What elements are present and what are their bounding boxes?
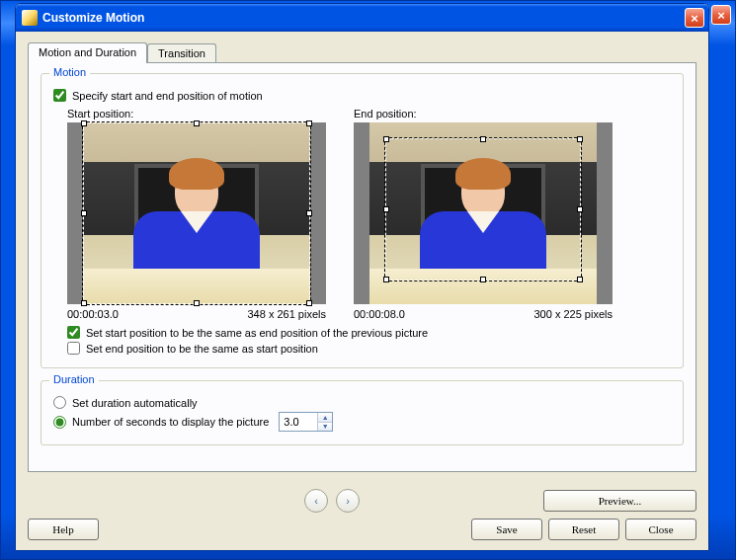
start-dimensions: 348 x 261 pixels — [248, 308, 327, 320]
close-button[interactable]: Close — [625, 519, 696, 540]
duration-auto-row[interactable]: Set duration automatically — [53, 396, 671, 409]
handle-ml[interactable] — [81, 210, 87, 216]
end-timestamp: 00:00:08.0 — [354, 308, 405, 320]
chevron-right-icon: › — [346, 495, 350, 507]
prev-button[interactable]: ‹ — [304, 489, 328, 513]
spinner-up[interactable]: ▲ — [318, 413, 332, 423]
specify-motion-checkbox[interactable] — [53, 89, 66, 102]
duration-seconds-radio-row[interactable]: Number of seconds to display the picture — [53, 416, 269, 429]
titlebar[interactable]: Customize Motion × — [16, 4, 708, 32]
handle-ml[interactable] — [383, 206, 389, 212]
reset-button[interactable]: Reset — [548, 519, 619, 540]
app-icon — [22, 10, 38, 26]
nav-preview-row: ‹ › Preview... — [28, 489, 696, 513]
end-position-block: End position: 00:00 — [354, 108, 613, 320]
positions-row: Start position: 00: — [67, 108, 671, 320]
set-start-same-label: Set start position to be the same as end… — [86, 327, 428, 339]
end-selection-box[interactable] — [385, 138, 581, 280]
handle-bc[interactable] — [194, 300, 200, 306]
tabstrip: Motion and Duration Transition — [28, 41, 696, 62]
handle-tr[interactable] — [577, 136, 583, 142]
help-button[interactable]: Help — [28, 519, 99, 540]
parent-close-button[interactable]: × — [711, 5, 731, 25]
duration-seconds-radio[interactable] — [53, 416, 66, 429]
preview-button[interactable]: Preview... — [543, 490, 696, 512]
dialog-body: Motion and Duration Transition Motion Sp… — [16, 32, 708, 550]
duration-auto-radio[interactable] — [53, 396, 66, 409]
set-end-same-checkbox-row[interactable]: Set end position to be the same as start… — [67, 342, 671, 355]
handle-br[interactable] — [306, 300, 312, 306]
window-title: Customize Motion — [42, 11, 685, 25]
chevron-left-icon: ‹ — [314, 495, 318, 507]
motion-group: Motion Specify start and end position of… — [41, 73, 684, 368]
handle-tc[interactable] — [194, 120, 200, 126]
handle-bc[interactable] — [480, 277, 486, 282]
start-timestamp: 00:00:03.0 — [67, 308, 119, 320]
customize-motion-dialog: Customize Motion × Motion and Duration T… — [15, 3, 709, 551]
start-info: 00:00:03.0 348 x 261 pixels — [67, 308, 326, 320]
set-start-same-checkbox[interactable] — [67, 326, 80, 339]
handle-mr[interactable] — [577, 206, 583, 212]
handle-tr[interactable] — [306, 120, 312, 126]
close-icon[interactable]: × — [685, 8, 704, 28]
handle-tl[interactable] — [383, 136, 389, 142]
set-end-same-label: Set end position to be the same as start… — [86, 343, 318, 355]
tab-transition[interactable]: Transition — [147, 43, 216, 62]
motion-group-title: Motion — [49, 66, 90, 78]
set-end-same-checkbox[interactable] — [67, 342, 80, 355]
start-selection-box[interactable] — [83, 122, 310, 304]
end-position-label: End position: — [354, 108, 613, 120]
duration-seconds-row: Number of seconds to display the picture… — [53, 412, 671, 432]
start-position-block: Start position: 00: — [67, 108, 326, 320]
start-position-label: Start position: — [67, 108, 326, 120]
start-position-frame[interactable] — [67, 122, 326, 304]
end-info: 00:00:08.0 300 x 225 pixels — [354, 308, 613, 320]
set-start-same-checkbox-row[interactable]: Set start position to be the same as end… — [67, 326, 671, 339]
duration-auto-label: Set duration automatically — [72, 397, 198, 409]
duration-seconds-label: Number of seconds to display the picture — [72, 416, 269, 428]
duration-input[interactable] — [280, 413, 317, 431]
end-position-frame[interactable] — [354, 122, 613, 304]
handle-mr[interactable] — [306, 210, 312, 216]
handle-tl[interactable] — [81, 120, 87, 126]
duration-group-title: Duration — [49, 373, 99, 385]
handle-bl[interactable] — [383, 277, 389, 282]
footer-buttons: Help Save Reset Close — [28, 519, 696, 540]
spinner-down[interactable]: ▼ — [318, 423, 332, 432]
specify-motion-checkbox-row[interactable]: Specify start and end position of motion — [53, 89, 671, 102]
handle-tc[interactable] — [480, 136, 486, 142]
tab-content: Motion Specify start and end position of… — [28, 62, 696, 472]
end-dimensions: 300 x 225 pixels — [534, 308, 613, 320]
handle-br[interactable] — [577, 277, 583, 282]
tab-motion-and-duration[interactable]: Motion and Duration — [28, 42, 147, 63]
save-button[interactable]: Save — [471, 519, 542, 540]
next-button[interactable]: › — [336, 489, 360, 513]
handle-bl[interactable] — [81, 300, 87, 306]
duration-spinner: ▲ ▼ — [279, 412, 333, 432]
duration-group: Duration Set duration automatically Numb… — [41, 380, 684, 445]
specify-motion-label: Specify start and end position of motion — [72, 90, 263, 102]
